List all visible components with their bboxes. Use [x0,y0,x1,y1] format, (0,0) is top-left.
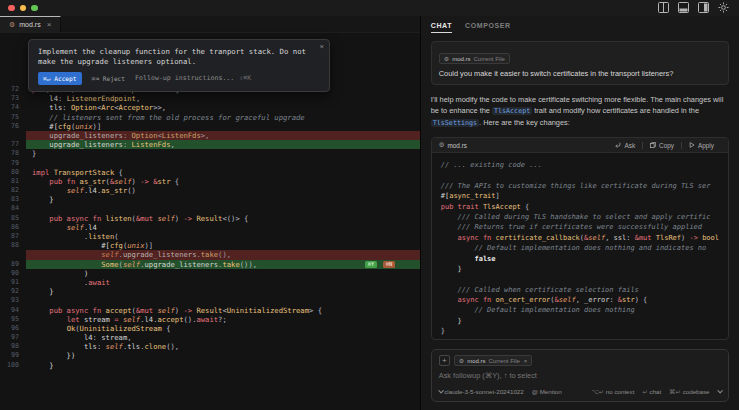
code-line [441,274,719,284]
line-number: 83 [0,195,26,204]
model-selector[interactable]: claude-3-5-sonnet-20241022 [439,388,524,395]
code-editor[interactable]: × Implement the cleanup function for the… [0,33,420,410]
code-line: } [441,316,719,326]
codebase-hint[interactable]: ⌘↵codebase [669,388,709,395]
close-window-icon[interactable] [8,5,15,12]
code-line: // Default implementation does nothing [441,305,719,315]
code-lines: 72pub(crate) struct TransportStack {73 l… [0,85,420,370]
line-number: 89 [0,260,26,269]
code-line: /// Called when certificate selection fa… [441,285,719,295]
line-number: 96 [0,324,26,333]
code-line: 84 [0,204,420,213]
settings-gear-icon[interactable] [718,2,729,13]
line-number: 82 [0,186,26,195]
chip-file-name: mod.rs [452,56,470,62]
line-number: 87 [0,232,26,241]
line-number: 94 [0,306,26,315]
code-line: #[async_trait] [441,191,719,201]
chat-tab-bar: CHAT COMPOSER [431,22,729,33]
chevron-down-icon[interactable] [717,388,722,393]
toggle-panel-icon[interactable] [678,2,689,13]
inline-code[interactable]: TlsAccept [492,107,532,115]
editor-pane: ⚙ mod.rs × × Implement the cleanup funct… [0,16,420,410]
assistant-message-text: I'll help modify the code to make certif… [431,94,729,129]
close-prompt-icon[interactable]: × [319,42,324,52]
tab-composer[interactable]: COMPOSER [465,22,511,33]
code-block-header: ⚙ mod.rs Ask Copy Apply [432,138,728,153]
line-number: 100 [0,361,26,370]
context-file-chip[interactable]: ⚙ mod.rs Current File [439,53,510,64]
code-line: 87 .listen( [0,232,420,241]
chat-input-placeholder[interactable]: Ask followup (⌘Y), ↑ to select [439,371,721,380]
zoom-window-icon[interactable] [31,5,38,12]
add-context-button[interactable]: + [439,355,450,366]
apply-button[interactable]: Apply [681,142,721,149]
code-line: } [441,264,719,274]
chat-submit-hint[interactable]: ↵chat [642,388,661,395]
remove-context-icon[interactable]: × [524,358,528,364]
window-controls [8,5,38,12]
code-line: 80impl TransportStack { [0,168,420,177]
editor-tab-bar: ⚙ mod.rs × [0,16,420,33]
rust-file-icon: ⚙ [444,55,449,62]
code-line: 95 let stream = self.l4.accept().await?; [0,315,420,324]
minimize-window-icon[interactable] [20,5,27,12]
line-number: 76 [0,122,26,131]
user-message: ⚙ mod.rs Current File Could you make it … [431,41,729,85]
prompt-text: Implement the cleanup function for the t… [38,47,320,66]
user-message-text: Could you make it easier to switch certi… [439,69,721,79]
chip-file-label: Current File [488,358,519,364]
code-block-file: ⚙ mod.rs [439,141,467,149]
code-line: // ... existing code ... [441,160,719,170]
code-line: 86 self.l4 [0,223,420,232]
split-editor-icon[interactable] [658,2,669,13]
code-line: 79 [0,159,420,168]
line-number: 85 [0,214,26,223]
code-line: /// Returns true if certificates were su… [441,222,719,232]
code-line: 90 ) [0,269,420,278]
code-line: 76 #[cfg(unix)] [0,122,420,131]
chip-file-label: Current File [473,56,504,62]
accept-diff-badge[interactable]: ⌘Y [365,261,377,268]
code-line: self.upgrade_listeners.take(), [0,250,420,259]
chevron-down-icon [438,388,443,393]
code-line: async fn certificate_callback(&self, ssl… [441,233,719,243]
line-number: 80 [0,168,26,177]
accept-button[interactable]: ⌘↵ Accept [38,72,82,85]
mention-button[interactable]: @ Mention [532,388,562,395]
line-number: 72 [0,85,26,94]
inline-code[interactable]: TlsSettings [431,119,479,127]
code-line: 93 [0,296,420,305]
line-number: 86 [0,223,26,232]
ask-button[interactable]: Ask [608,142,642,149]
chat-input-box[interactable]: + ⚙ mod.rs Current File × Ask followup (… [431,349,729,402]
line-number: 88 [0,241,26,250]
code-line: async fn on_cert_error(&self, _error: &s… [441,295,719,305]
line-number: 91 [0,278,26,287]
code-line: 81 pub fn as_str(&self) -> &str { [0,177,420,186]
tab-label: mod.rs [19,21,40,28]
input-context-chip[interactable]: ⚙ mod.rs Current File × [454,355,533,366]
code-line: pub trait TlsAccept { [441,202,719,212]
tab-chat[interactable]: CHAT [431,22,452,33]
line-number: 93 [0,296,26,305]
close-tab-icon[interactable]: × [47,20,52,29]
code-line: 73 l4: ListenerEndpoint, [0,94,420,103]
no-context-hint[interactable]: ⌥↵no context [592,388,635,395]
toggle-secondary-sidebar-icon[interactable] [698,2,709,13]
line-number: 75 [0,113,26,122]
code-line: 89 Some(self.upgrade_listeners.take()),⌘… [0,260,420,269]
line-number: 97 [0,333,26,342]
code-line: 88 #[cfg(unix)] [0,241,420,250]
rust-file-icon: ⚙ [439,141,445,149]
code-line: 74 tls: Option<Arc<Acceptor>>, [0,103,420,112]
chat-code-block: ⚙ mod.rs Ask Copy Apply // ... existing … [431,137,729,340]
reject-diff-badge[interactable]: ⌘N [383,261,395,268]
code-line: 98 tls: self.tls.clone(), [0,342,420,351]
reject-button[interactable]: ⌘⌫ Reject [92,74,126,84]
code-line [441,170,719,180]
line-number: 79 [0,159,26,168]
followup-instructions-button[interactable]: Follow-up instructions...⇧⌘K [135,74,251,84]
copy-button[interactable]: Copy [642,142,681,149]
tab-mod-rs[interactable]: ⚙ mod.rs × [0,16,61,32]
